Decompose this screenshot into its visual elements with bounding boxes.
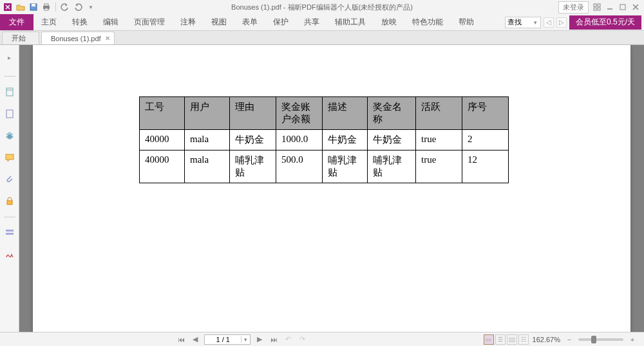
prev-result-icon[interactable]: ◁ xyxy=(544,17,554,28)
tab-document-label: Bonuses (1).pdf xyxy=(51,35,101,42)
view-facing-icon[interactable]: ▯▯ xyxy=(507,334,517,345)
ribbon-tab-view[interactable]: 视图 xyxy=(204,14,234,30)
table-row: 40000 mala 牛奶金 1000.0 牛奶金 牛奶金 true 2 xyxy=(140,130,509,150)
view-cont-facing-icon[interactable]: ☷ xyxy=(518,334,529,345)
layers-icon[interactable] xyxy=(3,129,16,142)
last-page-icon[interactable]: ⏭ xyxy=(269,334,279,345)
ribbon-tab-pages[interactable]: 页面管理 xyxy=(126,14,173,30)
svg-rect-12 xyxy=(6,88,13,96)
ribbon-tab-comment[interactable]: 注释 xyxy=(173,14,204,30)
th-balance: 奖金账户余额 xyxy=(276,97,323,130)
data-table: 工号 用户 理由 奖金账户余额 描述 奖金名称 活跃 序号 40000 mala… xyxy=(139,96,509,183)
ribbon-options-icon[interactable] xyxy=(592,3,601,12)
ribbon: 文件 主页 转换 编辑 页面管理 注释 视图 表单 保护 共享 辅助工具 放映 … xyxy=(0,14,644,31)
pdf-page: 工号 用户 理由 奖金账户余额 描述 奖金名称 活跃 序号 40000 mala… xyxy=(33,45,630,332)
document-tabs: 开始 Bonuses (1).pdf ✕ xyxy=(0,31,644,45)
table-header-row: 工号 用户 理由 奖金账户余额 描述 奖金名称 活跃 序号 xyxy=(140,97,509,130)
ribbon-tab-edit[interactable]: 编辑 xyxy=(95,14,126,30)
attachments-icon[interactable] xyxy=(3,173,16,186)
th-name: 奖金名称 xyxy=(368,97,416,130)
svg-rect-11 xyxy=(620,5,625,10)
th-desc: 描述 xyxy=(323,97,368,130)
th-reason: 理由 xyxy=(230,97,276,130)
titlebar: ▼ Bonuses (1).pdf - 福昕PDF编辑器个人版(未经授权的产品)… xyxy=(0,0,644,14)
search-box[interactable]: ▾ xyxy=(505,17,541,28)
bookmarks-icon[interactable] xyxy=(3,86,16,98)
zoom-value: 162.67% xyxy=(533,336,560,343)
ribbon-tab-help[interactable]: 帮助 xyxy=(451,14,482,30)
signature-icon[interactable] xyxy=(3,248,16,261)
security-icon[interactable] xyxy=(3,195,16,208)
table-row: 40000 mala 哺乳津贴 500.0 哺乳津贴 哺乳津贴 true 12 xyxy=(140,150,509,183)
next-page-icon[interactable]: ▶ xyxy=(254,334,265,345)
th-active: 活跃 xyxy=(416,97,462,130)
ribbon-tab-accessibility[interactable]: 辅助工具 xyxy=(327,14,374,30)
redo-icon[interactable] xyxy=(73,2,83,12)
statusbar: ⏮ ◀ ▾ ▶ ⏭ ↶ ↷ ▭ ☰ ▯▯ ☷ 162.67% − + xyxy=(0,332,644,346)
open-icon[interactable] xyxy=(15,2,26,12)
svg-rect-7 xyxy=(598,4,600,6)
maximize-icon[interactable] xyxy=(618,3,627,12)
ribbon-tab-present[interactable]: 放映 xyxy=(374,14,404,30)
svg-rect-16 xyxy=(7,201,12,205)
zoom-in-icon[interactable]: + xyxy=(627,334,638,345)
zoom-out-icon[interactable]: − xyxy=(564,334,574,345)
svg-rect-5 xyxy=(44,8,48,10)
svg-rect-8 xyxy=(594,8,596,10)
login-button[interactable]: 未登录 xyxy=(558,1,589,14)
print-icon[interactable] xyxy=(41,2,52,12)
close-icon[interactable] xyxy=(631,3,640,12)
panel-collapse-icon[interactable]: ▸ xyxy=(7,48,12,67)
fields-icon[interactable] xyxy=(3,226,16,239)
ribbon-tab-form[interactable]: 表单 xyxy=(234,14,265,30)
save-icon[interactable] xyxy=(28,2,39,12)
pages-panel-icon[interactable] xyxy=(3,107,16,120)
th-id: 工号 xyxy=(140,97,185,130)
zoom-slider[interactable] xyxy=(578,338,623,341)
ribbon-tab-convert[interactable]: 转换 xyxy=(64,14,95,30)
promo-banner[interactable]: 会员低至0.5元/天 xyxy=(569,15,641,30)
svg-rect-4 xyxy=(44,4,48,6)
window-title: Bonuses (1).pdf - 福昕PDF编辑器个人版(未经授权的产品) xyxy=(231,3,413,12)
ribbon-tab-home[interactable]: 主页 xyxy=(33,14,64,30)
th-seq: 序号 xyxy=(462,97,509,130)
tab-start-label: 开始 xyxy=(12,33,26,43)
svg-rect-14 xyxy=(6,110,13,118)
comments-icon[interactable] xyxy=(3,151,16,164)
tab-start[interactable]: 开始 xyxy=(2,32,39,44)
undo-icon[interactable] xyxy=(60,2,70,12)
ribbon-tab-features[interactable]: 特色功能 xyxy=(404,14,451,30)
tab-close-icon[interactable]: ✕ xyxy=(105,35,110,42)
next-result-icon[interactable]: ▷ xyxy=(556,17,567,28)
left-panel: ▸ xyxy=(0,45,19,332)
page-input[interactable]: ▾ xyxy=(204,334,251,345)
qat-dropdown-icon[interactable]: ▼ xyxy=(86,2,96,12)
search-input[interactable] xyxy=(506,19,531,26)
nav-fwd-icon[interactable]: ↷ xyxy=(297,334,307,345)
svg-rect-9 xyxy=(598,8,600,10)
ribbon-tab-share[interactable]: 共享 xyxy=(296,14,327,30)
file-tab[interactable]: 文件 xyxy=(0,14,33,30)
svg-rect-15 xyxy=(6,154,14,159)
page-dropdown-icon[interactable]: ▾ xyxy=(241,336,250,343)
first-page-icon[interactable]: ⏮ xyxy=(176,334,186,345)
app-logo-icon xyxy=(3,2,13,12)
prev-page-icon[interactable]: ◀ xyxy=(190,334,200,345)
view-single-icon[interactable]: ▭ xyxy=(484,334,494,345)
minimize-icon[interactable] xyxy=(605,3,614,12)
nav-back-icon[interactable]: ↶ xyxy=(283,334,293,345)
page-field[interactable] xyxy=(205,336,241,343)
svg-rect-6 xyxy=(594,4,596,6)
search-dropdown-icon[interactable]: ▾ xyxy=(531,19,540,26)
svg-rect-18 xyxy=(6,233,14,235)
svg-rect-17 xyxy=(6,230,14,232)
view-continuous-icon[interactable]: ☰ xyxy=(495,334,506,345)
workspace: ▸ 工号 用户 理由 奖金账户余额 描述 xyxy=(0,45,644,332)
page-area[interactable]: 工号 用户 理由 奖金账户余额 描述 奖金名称 活跃 序号 40000 mala… xyxy=(19,45,644,332)
svg-rect-2 xyxy=(32,4,35,6)
ribbon-tab-protect[interactable]: 保护 xyxy=(265,14,296,30)
th-user: 用户 xyxy=(185,97,230,130)
tab-document[interactable]: Bonuses (1).pdf ✕ xyxy=(41,32,115,44)
